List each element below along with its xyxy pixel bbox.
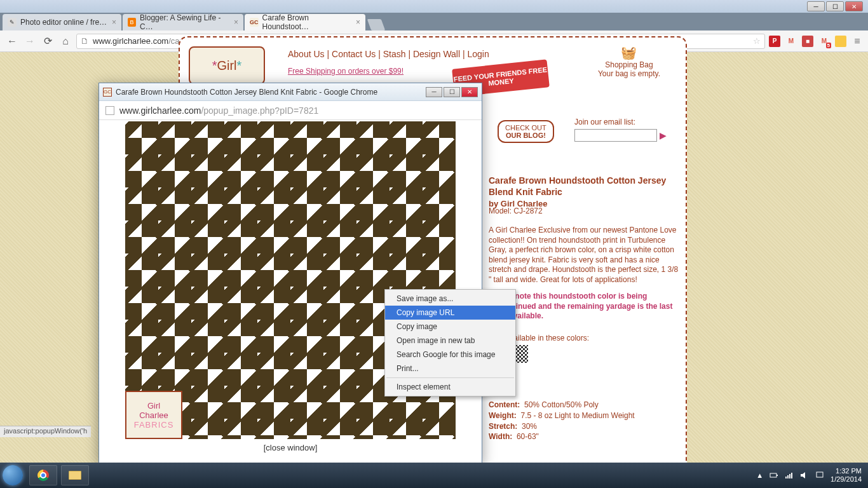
gc-icon: GC [103,88,112,97]
submit-arrow-icon[interactable]: ▶ [660,130,667,140]
pinterest-icon[interactable]: P [769,36,780,47]
svg-rect-0 [770,473,776,477]
flag-icon[interactable] [815,471,824,480]
extension-icon[interactable]: ■ [802,36,813,47]
taskbar-chrome[interactable] [29,465,57,485]
gmail-icon[interactable]: M [785,36,797,47]
ctx-open-image-new-tab[interactable]: Open image in new tab [385,334,515,348]
url-host: www.girlcharlee.com [93,36,168,46]
clock-time: 1:32 PM [831,467,862,475]
window-minimize-button[interactable]: ─ [807,1,825,11]
close-icon[interactable]: × [234,18,238,27]
tab-label: Photo editor online / fre… [20,18,107,27]
context-menu: Save image as... Copy image URL Copy ima… [384,289,516,396]
nav-contact[interactable]: Contact Us [332,49,376,59]
image-watermark-logo: GirlCharlee FABRICS [125,391,182,439]
svg-rect-5 [791,473,792,478]
email-label: Join our email list: [574,118,667,126]
svg-rect-3 [787,475,789,478]
email-input[interactable] [574,129,657,142]
gc-icon: GC [250,18,259,27]
system-tray: ▲ 1:32 PM 1/29/2014 [756,467,868,484]
bag-empty-text: Your bag is empty. [598,69,660,78]
page-icon [105,106,114,115]
product-description: A Girl Charlee Exclusive from our newest… [489,226,679,285]
popup-maximize-button[interactable]: ☐ [444,87,460,97]
home-button[interactable]: ⌂ [58,34,72,48]
extension-icon-2[interactable] [835,36,846,47]
windows-logo-icon [3,465,23,485]
tab-strip: ✎ Photo editor online / fre… × B Blogger… [0,13,868,30]
taskbar: ▲ 1:32 PM 1/29/2014 [0,463,868,488]
popup-minimize-button[interactable]: ─ [426,87,442,97]
gmail-badge-icon[interactable]: M5 [818,36,830,47]
ctx-inspect-element[interactable]: Inspect element [385,380,515,394]
tray-show-hidden-icon[interactable]: ▲ [756,471,763,479]
back-button[interactable]: ← [5,34,19,48]
ctx-copy-image[interactable]: Copy image [385,320,515,334]
close-window-link[interactable]: [close window] [99,443,482,452]
email-signup: Join our email list: ▶ [574,118,667,142]
popup-address-bar[interactable]: www.girlcharlee.com/popup_image.php?pID=… [99,101,482,120]
ctx-print[interactable]: Print... [385,362,515,376]
product-discontinued-note: Please note this houndstooth color is be… [489,292,679,322]
nav-stash[interactable]: Stash [383,49,406,59]
popup-url-host: www.girlcharlee.com [119,105,201,116]
nav-design-wall[interactable]: Design Wall [413,49,460,59]
menu-icon[interactable]: ≡ [851,36,863,47]
pencil-icon: ✎ [8,18,17,27]
tab-photo-editor[interactable]: ✎ Photo editor online / fre… × [3,14,121,30]
popup-titlebar[interactable]: GC Carafe Brown Houndstooth Cotton Jerse… [99,83,482,101]
status-bar: javascript:popupWindow('h [0,426,91,437]
site-logo[interactable]: *Girl* [189,46,265,85]
svg-rect-4 [789,474,790,478]
popup-close-button[interactable]: ✕ [461,87,478,97]
clock[interactable]: 1:32 PM 1/29/2014 [831,467,862,484]
free-shipping-link[interactable]: Free Shipping on orders over $99! [288,67,403,76]
taskbar-explorer[interactable] [61,465,89,485]
svg-rect-1 [776,475,778,476]
wifi-icon[interactable] [785,471,794,480]
forward-button[interactable]: → [23,34,37,48]
start-button[interactable] [0,463,25,488]
ctx-separator [386,377,514,378]
product-model: Model: CJ-2872 [489,207,543,215]
svg-rect-7 [817,472,823,477]
reload-button[interactable]: ⟳ [41,34,55,48]
close-icon[interactable]: × [112,18,116,27]
popup-title-text: Carafe Brown Houndstooth Cotton Jersey B… [116,88,426,97]
new-tab-button[interactable] [367,19,386,30]
nav-about[interactable]: About Us [288,49,325,59]
ctx-search-google-image[interactable]: Search Google for this image [385,348,515,362]
ctx-save-image-as[interactable]: Save image as... [385,292,515,306]
battery-icon[interactable] [770,471,778,480]
popup-url-path: /popup_image.php?pID=7821 [201,105,318,116]
tab-girlcharlee[interactable]: GC Carafe Brown Houndstoot… × [245,14,365,30]
popup-window: GC Carafe Brown Houndstooth Cotton Jerse… [98,83,482,464]
volume-icon[interactable] [800,471,809,480]
svg-rect-2 [785,477,787,478]
tab-blogger[interactable]: B Blogger: A Sewing Life - C… × [123,14,243,30]
page-icon: 🗋 [81,36,89,46]
tab-label: Carafe Brown Houndstoot… [262,13,351,31]
blogger-icon: B [128,18,136,27]
close-icon[interactable]: × [356,18,360,27]
top-nav: About Us | Contact Us | Stash | Design W… [288,49,489,59]
bag-icon: 🧺 [598,45,660,60]
shopping-bag-area[interactable]: 🧺 Shopping Bag Your bag is empty. [598,45,660,78]
window-close-button[interactable]: ✕ [845,1,863,11]
tab-label: Blogger: A Sewing Life - C… [140,13,229,31]
nav-login[interactable]: Login [468,49,489,59]
blog-button[interactable]: CHECK OUT OUR BLOG! [498,120,554,143]
window-maximize-button[interactable]: ☐ [826,1,844,11]
windows-titlebar: ─ ☐ ✕ [0,0,868,13]
svg-marker-6 [801,472,805,478]
bag-label: Shopping Bag [598,60,660,69]
product-title: Carafe Brown Houndstooth Cotton Jersey B… [489,175,679,210]
star-icon[interactable]: ☆ [753,36,761,46]
product-specs: Content: 50% Cotton/50% Poly Weight: 7.5… [489,400,635,442]
clock-date: 1/29/2014 [831,475,862,484]
ctx-copy-image-url[interactable]: Copy image URL [385,306,515,320]
